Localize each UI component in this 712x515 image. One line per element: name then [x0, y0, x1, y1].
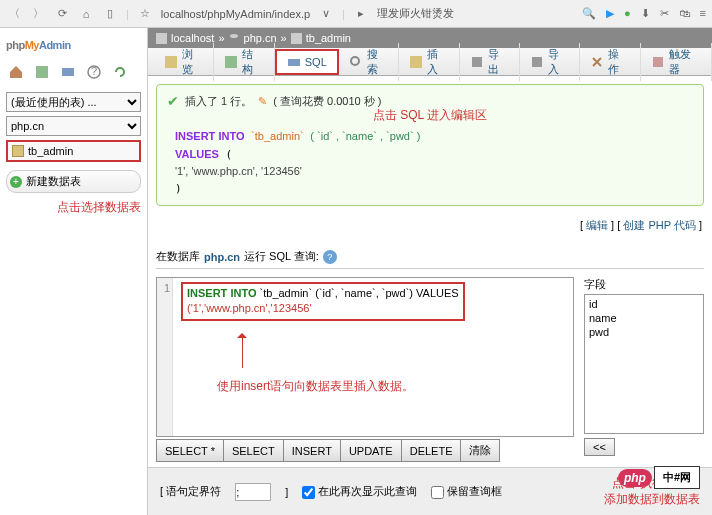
- query-section: 在数据库 php.cn 运行 SQL 查询: ? 1 INSERT INTO `…: [156, 245, 704, 462]
- play-circle-icon[interactable]: ▶: [606, 7, 614, 20]
- main-content: localhost » php.cn » tb_admin 浏览 结构 SQL …: [148, 28, 712, 515]
- sidebar-table-item[interactable]: tb_admin: [6, 140, 141, 162]
- svg-rect-12: [472, 57, 482, 67]
- url-text[interactable]: localhost/phpMyAdmin/index.p: [161, 8, 310, 20]
- tab-export[interactable]: 导出: [460, 43, 520, 81]
- insert-field-button[interactable]: <<: [584, 438, 615, 456]
- browser-toolbar: 〈 〉 ⟳ ⌂ ▯ | ☆ localhost/phpMyAdmin/index…: [0, 0, 712, 28]
- sql-icon[interactable]: [60, 64, 76, 80]
- download-icon[interactable]: ⬇: [641, 7, 650, 20]
- browser-right-icons: 🔍 ▶ ● ⬇ ✂ 🛍 ≡: [582, 7, 706, 20]
- tab-search[interactable]: 搜索: [339, 43, 399, 81]
- annotation-click-sql: 点击 SQL 进入编辑区: [167, 107, 693, 124]
- new-table-button[interactable]: + 新建数据表: [6, 170, 141, 193]
- field-item[interactable]: name: [587, 311, 701, 325]
- tab2-text[interactable]: 理发师火钳烫发: [377, 6, 454, 21]
- fields-list[interactable]: id name pwd: [584, 294, 704, 434]
- search-tab-icon: [349, 55, 363, 69]
- tab-sql[interactable]: SQL: [275, 49, 339, 75]
- sql-tab-icon: [287, 55, 301, 69]
- table-name: tb_admin: [28, 145, 73, 157]
- execute-button[interactable]: 中#网: [654, 466, 700, 489]
- field-item[interactable]: id: [587, 297, 701, 311]
- bookmark-button[interactable]: ▯: [102, 6, 118, 22]
- tab-browse[interactable]: 浏览: [154, 43, 214, 81]
- delimiter-label: [ 语句定界符: [160, 484, 221, 499]
- svg-rect-13: [532, 57, 542, 67]
- docs-icon[interactable]: ?: [86, 64, 102, 80]
- home-button[interactable]: ⌂: [78, 6, 94, 22]
- cut-icon[interactable]: ✂: [660, 7, 669, 20]
- btn-clear[interactable]: 清除: [460, 439, 500, 462]
- delimiter-input[interactable]: [235, 483, 271, 501]
- insert-icon: [409, 55, 423, 69]
- svg-rect-0: [36, 66, 48, 78]
- annotation-arrow: [237, 328, 247, 368]
- edit-link[interactable]: 编辑: [586, 219, 608, 231]
- tabs-bar: 浏览 结构 SQL 搜索 插入 导出 导入 操作 触发器: [148, 48, 712, 76]
- tab-insert[interactable]: 插入: [399, 43, 459, 81]
- help-icon[interactable]: ?: [323, 250, 337, 264]
- svg-rect-8: [225, 56, 237, 68]
- php-badge: php: [618, 469, 652, 487]
- sql-editor[interactable]: 1 INSERT INTO `tb_admin` (`id`, `name`, …: [156, 277, 574, 437]
- cart-icon[interactable]: 🛍: [679, 7, 690, 20]
- search-icon[interactable]: 🔍: [582, 7, 596, 20]
- tab-triggers[interactable]: 触发器: [641, 43, 712, 81]
- tbl-icon: [291, 33, 302, 44]
- editor-buttons: SELECT * SELECT INSERT UPDATE DELETE 清除: [156, 439, 574, 462]
- forward-button[interactable]: 〉: [30, 6, 46, 22]
- tab-operations[interactable]: 操作: [580, 43, 640, 81]
- svg-rect-1: [62, 68, 74, 76]
- message-icon[interactable]: ●: [624, 7, 631, 20]
- field-item[interactable]: pwd: [587, 325, 701, 339]
- reload-nav-icon[interactable]: [112, 64, 128, 80]
- keep-box-label[interactable]: 保留查询框: [431, 484, 502, 499]
- svg-rect-9: [288, 59, 300, 66]
- success-message-box: ✔ 插入了 1 行。 ✎ ( 查询花费 0.0010 秒 ) 点击 SQL 进入…: [156, 84, 704, 206]
- back-button[interactable]: 〈: [6, 6, 22, 22]
- database-select[interactable]: php.cn: [6, 116, 141, 136]
- triggers-icon: [651, 55, 665, 69]
- show-again-checkbox[interactable]: [302, 486, 315, 499]
- message-links: [ 编辑 ] [ 创建 PHP 代码 ]: [148, 214, 712, 237]
- sql-preview: INSERT INTO `tb_admin` ( `id` , `name` ,…: [167, 128, 693, 197]
- tab-structure[interactable]: 结构: [214, 43, 274, 81]
- svg-rect-14: [653, 57, 663, 67]
- tab-import[interactable]: 导入: [520, 43, 580, 81]
- home-icon[interactable]: [8, 64, 24, 80]
- svg-text:?: ?: [91, 65, 97, 77]
- logout-icon[interactable]: [34, 64, 50, 80]
- btn-select[interactable]: SELECT: [223, 439, 283, 462]
- fields-label: 字段: [584, 277, 704, 292]
- svg-point-10: [351, 57, 359, 65]
- btn-select-star[interactable]: SELECT *: [156, 439, 223, 462]
- phpmyadmin-logo: phpMyAdmin: [6, 34, 141, 54]
- plus-icon: +: [10, 176, 22, 188]
- svg-rect-11: [410, 56, 422, 68]
- annotation-select-table: 点击选择数据表: [6, 199, 141, 216]
- play-icon[interactable]: ▸: [353, 6, 369, 22]
- btn-update[interactable]: UPDATE: [340, 439, 401, 462]
- exec-area: php 中#网: [618, 466, 700, 489]
- export-icon: [470, 55, 484, 69]
- structure-icon: [224, 55, 238, 69]
- browse-icon: [164, 55, 178, 69]
- btn-insert[interactable]: INSERT: [283, 439, 340, 462]
- show-again-label[interactable]: 在此再次显示此查询: [302, 484, 417, 499]
- new-table-label: 新建数据表: [26, 174, 81, 189]
- operations-icon: [590, 55, 604, 69]
- btn-delete[interactable]: DELETE: [401, 439, 461, 462]
- create-php-link[interactable]: 创建 PHP 代码: [623, 219, 696, 231]
- sidebar-toolbar: ?: [6, 60, 141, 88]
- keep-box-checkbox[interactable]: [431, 486, 444, 499]
- dropdown-icon[interactable]: ∨: [318, 6, 334, 22]
- inline-edit-icon[interactable]: ✎: [258, 95, 267, 108]
- check-icon: ✔: [167, 93, 179, 109]
- reload-button[interactable]: ⟳: [54, 6, 70, 22]
- menu-icon[interactable]: ≡: [700, 7, 706, 20]
- annotation-insert: 使用insert语句向数据表里插入数据。: [217, 378, 414, 395]
- fields-column: 字段 id name pwd <<: [584, 277, 704, 462]
- recent-tables-select[interactable]: (最近使用的表) ...: [6, 92, 141, 112]
- query-header: 在数据库 php.cn 运行 SQL 查询: ?: [156, 245, 704, 269]
